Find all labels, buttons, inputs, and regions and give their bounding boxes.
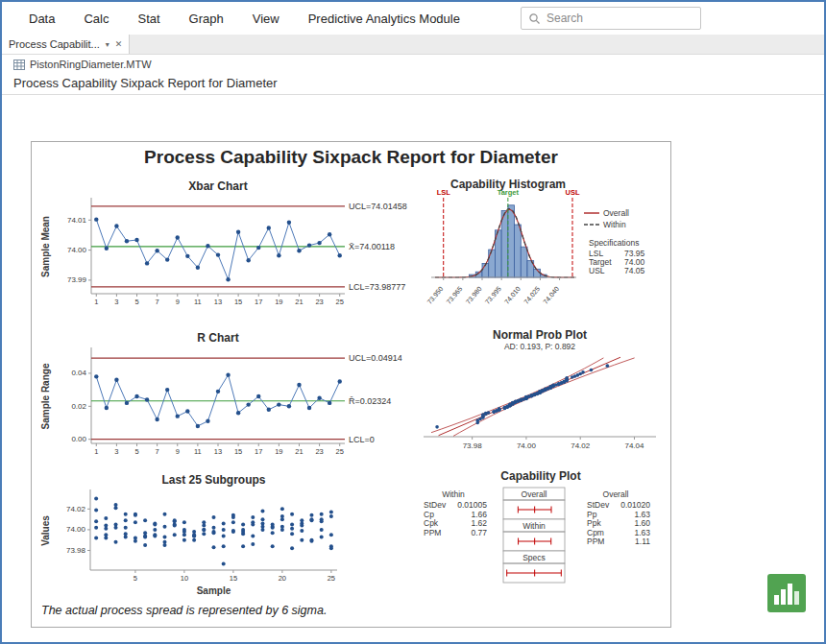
svg-text:17: 17 (255, 298, 262, 306)
svg-text:USL: USL (565, 188, 579, 197)
svg-text:0.04: 0.04 (71, 369, 86, 377)
svg-text:USL: USL (589, 266, 605, 275)
svg-text:73.965: 73.965 (445, 285, 463, 305)
svg-text:13: 13 (214, 447, 222, 456)
svg-text:73.950: 73.950 (425, 285, 444, 305)
tab-bar: Process Capabilit... ▾ ✕ (2, 35, 824, 55)
svg-text:9: 9 (176, 298, 180, 306)
svg-text:PPM: PPM (424, 528, 441, 537)
svg-text:74.01: 74.01 (67, 216, 87, 225)
svg-text:Sample Range: Sample Range (40, 363, 51, 429)
separator (2, 94, 824, 95)
xbar-chart: Xbar ChartSample Mean73.9974.0074.011357… (36, 177, 420, 330)
svg-text:UCL=0.04914: UCL=0.04914 (349, 353, 402, 363)
svg-text:74.00: 74.00 (66, 525, 86, 534)
svg-text:73.995: 73.995 (484, 285, 502, 305)
svg-text:15: 15 (234, 298, 242, 306)
svg-text:19: 19 (275, 298, 282, 306)
svg-text:LCL=0: LCL=0 (349, 435, 375, 444)
tab-process-capability[interactable]: Process Capabilit... ▾ ✕ (2, 35, 130, 54)
svg-text:23: 23 (315, 298, 323, 306)
svg-text:7: 7 (156, 447, 159, 456)
svg-text:3: 3 (114, 298, 118, 306)
normal-prob-plot: Normal Prob PlotAD: 0.193, P: 0.89273.98… (408, 327, 670, 468)
svg-text:1: 1 (94, 298, 98, 306)
svg-text:0.01020: 0.01020 (620, 500, 650, 510)
menu-item-calc[interactable]: Calc (84, 12, 109, 26)
svg-text:LCL=73.98777: LCL=73.98777 (349, 282, 405, 292)
svg-text:7: 7 (156, 298, 159, 306)
svg-text:1.60: 1.60 (634, 518, 650, 528)
svg-text:X̄=74.00118: X̄=74.00118 (349, 242, 395, 251)
svg-text:19: 19 (275, 447, 282, 456)
worksheet-link[interactable]: PistonRingDiameter.MTW (13, 59, 152, 70)
svg-text:21: 21 (295, 298, 303, 306)
report-footnote: The actual process spread is represented… (41, 604, 327, 617)
svg-text:15: 15 (234, 447, 242, 456)
capability-plot: Capability PlotOverallWithinSpecsWithinS… (408, 468, 670, 612)
svg-text:73.98: 73.98 (463, 441, 483, 450)
svg-text:74.00: 74.00 (67, 246, 87, 254)
svg-text:Sample Mean: Sample Mean (40, 216, 51, 277)
menu-item-predictive-analytics[interactable]: Predictive Analytics Module (308, 12, 460, 26)
app-window: Data Calc Stat Graph View Predictive Ana… (0, 0, 826, 644)
search-input[interactable] (547, 12, 686, 25)
svg-text:74.00: 74.00 (517, 441, 537, 450)
svg-text:0.77: 0.77 (471, 528, 487, 537)
svg-text:0.01005: 0.01005 (457, 500, 487, 510)
report-title: Process Capability Sixpack Report for Di… (32, 147, 670, 168)
menu-item-view[interactable]: View (253, 12, 279, 26)
svg-text:11: 11 (194, 447, 202, 456)
svg-text:Pp: Pp (587, 510, 597, 519)
svg-text:Capability Plot: Capability Plot (500, 469, 580, 483)
svg-text:Overall: Overall (522, 489, 547, 499)
svg-text:1.62: 1.62 (471, 518, 487, 528)
svg-text:Ppk: Ppk (587, 518, 601, 528)
svg-text:25: 25 (336, 447, 344, 456)
svg-text:5: 5 (134, 447, 138, 456)
menu-item-graph[interactable]: Graph (189, 12, 224, 26)
svg-text:73.98: 73.98 (66, 546, 86, 555)
svg-text:StDev: StDev (587, 500, 610, 510)
svg-text:StDev: StDev (424, 500, 447, 510)
search-icon (528, 12, 541, 25)
svg-text:74.040: 74.040 (542, 285, 560, 305)
svg-text:10: 10 (181, 574, 188, 583)
svg-text:Within: Within (442, 489, 465, 499)
report-canvas[interactable]: Process Capability Sixpack Report for Di… (31, 141, 671, 628)
worksheet-name: PistonRingDiameter.MTW (30, 59, 152, 70)
svg-text:1.63: 1.63 (634, 510, 650, 519)
svg-text:74.04: 74.04 (624, 441, 644, 450)
svg-text:1.11: 1.11 (635, 537, 650, 546)
tab-close-icon[interactable]: ✕ (115, 39, 123, 49)
svg-text:74.02: 74.02 (571, 441, 591, 450)
svg-text:74.02: 74.02 (66, 505, 86, 513)
svg-text:Sample: Sample (197, 585, 231, 596)
insights-button[interactable] (767, 574, 806, 612)
svg-text:Overall: Overall (603, 208, 629, 218)
svg-text:9: 9 (176, 447, 180, 456)
svg-text:UCL=74.01458: UCL=74.01458 (349, 202, 407, 211)
bar-chart-icon (767, 574, 806, 612)
tab-label: Process Capabilit... (9, 38, 100, 50)
output-title: Process Capability Sixpack Report for Di… (13, 76, 278, 90)
capability-histogram: Capability HistogramLSLTargetUSL73.95073… (408, 177, 670, 330)
svg-text:1: 1 (94, 447, 98, 456)
menu-item-stat[interactable]: Stat (137, 12, 159, 26)
worksheet-icon (13, 60, 25, 70)
svg-text:74.025: 74.025 (522, 285, 541, 305)
svg-text:Overall: Overall (603, 489, 629, 499)
svg-text:3: 3 (114, 447, 118, 456)
menu-item-data[interactable]: Data (29, 12, 55, 26)
svg-text:Within: Within (603, 220, 626, 229)
svg-text:5: 5 (134, 574, 137, 583)
svg-text:Values: Values (40, 515, 51, 546)
search-box[interactable] (521, 7, 701, 30)
svg-text:25: 25 (336, 298, 344, 306)
svg-text:74.010: 74.010 (503, 285, 522, 305)
svg-text:21: 21 (295, 447, 303, 456)
svg-text:74.05: 74.05 (624, 266, 645, 275)
tab-dropdown-icon[interactable]: ▾ (106, 40, 109, 49)
svg-text:R Chart: R Chart (197, 331, 238, 345)
svg-text:PPM: PPM (587, 537, 604, 546)
